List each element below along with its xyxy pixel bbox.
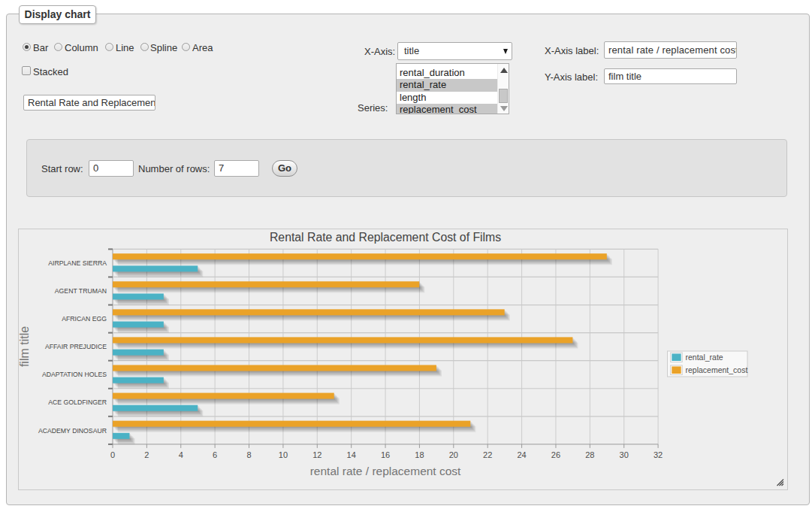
svg-text:26: 26	[551, 450, 560, 459]
svg-text:AFRICAN EGG: AFRICAN EGG	[62, 315, 107, 323]
svg-text:20: 20	[449, 450, 458, 459]
svg-text:AIRPLANE SIERRA: AIRPLANE SIERRA	[48, 259, 107, 267]
svg-text:24: 24	[517, 450, 526, 459]
svg-text:ACADEMY DINOSAUR: ACADEMY DINOSAUR	[38, 427, 107, 435]
svg-text:16: 16	[381, 450, 390, 459]
svg-text:ADAPTATION HOLES: ADAPTATION HOLES	[42, 371, 107, 378]
svg-text:32: 32	[654, 450, 663, 459]
svg-text:ACE GOLDFINGER: ACE GOLDFINGER	[48, 398, 107, 406]
svg-text:rental rate / replacement cost: rental rate / replacement cost	[310, 465, 461, 477]
svg-text:28: 28	[585, 450, 594, 459]
svg-text:10: 10	[279, 450, 288, 459]
svg-text:replacement_cost: replacement_cost	[686, 365, 748, 374]
svg-text:AGENT TRUMAN: AGENT TRUMAN	[55, 287, 107, 295]
svg-text:0: 0	[110, 450, 115, 459]
svg-text:8: 8	[246, 450, 251, 459]
svg-text:18: 18	[415, 450, 424, 459]
svg-text:30: 30	[620, 450, 629, 459]
svg-text:film title: film title	[19, 326, 31, 367]
svg-text:12: 12	[312, 450, 321, 459]
svg-text:AFFAIR PREJUDICE: AFFAIR PREJUDICE	[45, 343, 107, 350]
svg-text:14: 14	[347, 450, 356, 459]
svg-text:Rental Rate and Replacement Co: Rental Rate and Replacement Cost of Film…	[270, 231, 501, 244]
svg-text:2: 2	[144, 450, 149, 459]
svg-text:4: 4	[179, 450, 183, 459]
svg-text:22: 22	[483, 450, 492, 459]
svg-text:rental_rate: rental_rate	[686, 353, 723, 362]
svg-text:6: 6	[213, 450, 217, 459]
